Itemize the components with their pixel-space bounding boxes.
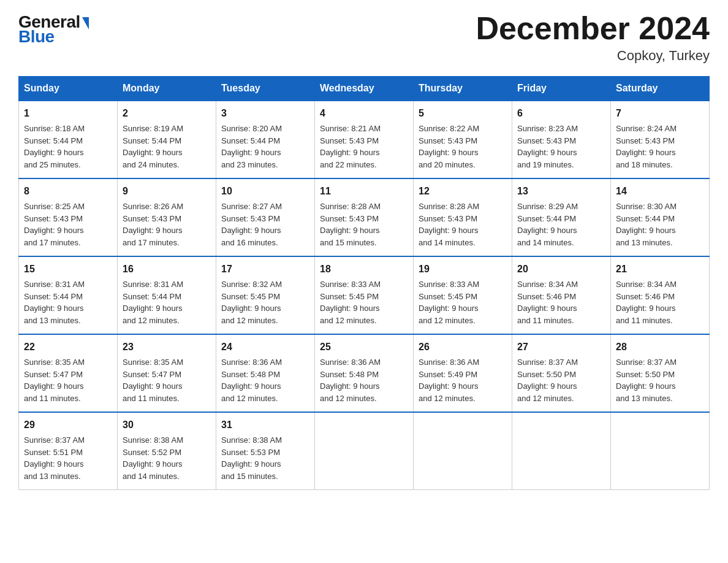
day-number: 30 [123,418,211,432]
daylight-label: Daylight: 9 hours [419,304,479,313]
sunset-label: Sunset: 5:43 PM [517,136,576,145]
daylight-label: Daylight: 9 hours [24,304,84,313]
sunrise-label: Sunrise: 8:37 AM [24,435,85,445]
logo: General Blue [18,12,89,47]
calendar-cell [414,412,512,490]
sunrise-label: Sunrise: 8:23 AM [517,124,578,133]
sunset-label: Sunset: 5:43 PM [419,214,477,223]
day-number: 9 [123,184,211,199]
sunset-label: Sunset: 5:47 PM [123,370,181,379]
sunrise-label: Sunrise: 8:34 AM [616,280,677,289]
sunset-label: Sunset: 5:44 PM [24,292,83,301]
daylight-minutes: and 23 minutes. [221,160,278,169]
week-row-4: 22 Sunrise: 8:35 AM Sunset: 5:47 PM Dayl… [19,334,710,412]
daylight-minutes: and 16 minutes. [221,238,278,247]
sunrise-label: Sunrise: 8:38 AM [123,435,183,445]
calendar-cell: 30 Sunrise: 8:38 AM Sunset: 5:52 PM Dayl… [118,412,216,490]
daylight-label: Daylight: 9 hours [123,148,183,157]
daylight-label: Daylight: 9 hours [419,381,479,391]
day-number: 26 [419,340,507,354]
sunrise-label: Sunrise: 8:28 AM [419,202,479,211]
sunset-label: Sunset: 5:46 PM [517,292,576,301]
calendar-cell: 13 Sunrise: 8:29 AM Sunset: 5:44 PM Dayl… [512,178,611,256]
calendar-cell: 5 Sunrise: 8:22 AM Sunset: 5:43 PM Dayli… [414,101,512,178]
sunrise-label: Sunrise: 8:35 AM [123,358,183,367]
calendar-cell: 4 Sunrise: 8:21 AM Sunset: 5:43 PM Dayli… [315,101,414,178]
daylight-label: Daylight: 9 hours [221,304,281,313]
calendar-table: SundayMondayTuesdayWednesdayThursdayFrid… [18,76,710,490]
sunset-label: Sunset: 5:43 PM [419,136,477,145]
title-area: December 2024 Copkoy, Turkey [476,12,710,64]
sunset-label: Sunset: 5:51 PM [24,448,83,457]
sunrise-label: Sunrise: 8:27 AM [221,202,282,211]
daylight-minutes: and 12 minutes. [419,394,476,403]
daylight-minutes: and 13 minutes. [24,472,81,481]
header-cell-friday: Friday [512,77,611,101]
day-number: 12 [419,184,507,199]
daylight-label: Daylight: 9 hours [616,226,676,235]
day-number: 11 [320,184,408,199]
sunset-label: Sunset: 5:46 PM [616,292,675,301]
sunset-label: Sunset: 5:43 PM [320,214,379,223]
sunset-label: Sunset: 5:52 PM [123,448,181,457]
location-subtitle: Copkoy, Turkey [476,48,710,64]
sunrise-label: Sunrise: 8:22 AM [419,124,479,133]
sunrise-label: Sunrise: 8:25 AM [24,202,85,211]
calendar-cell: 16 Sunrise: 8:31 AM Sunset: 5:44 PM Dayl… [118,256,216,334]
sunset-label: Sunset: 5:43 PM [123,214,181,223]
day-number: 15 [24,262,112,277]
daylight-minutes: and 12 minutes. [221,316,278,325]
day-number: 28 [616,340,704,354]
calendar-cell: 31 Sunrise: 8:38 AM Sunset: 5:53 PM Dayl… [216,412,315,490]
daylight-label: Daylight: 9 hours [517,148,577,157]
day-number: 25 [320,340,408,354]
day-number: 6 [517,106,605,121]
day-number: 27 [517,340,605,354]
daylight-minutes: and 12 minutes. [320,316,377,325]
logo-triangle-icon [82,17,89,29]
sunrise-label: Sunrise: 8:21 AM [320,124,381,133]
calendar-cell: 8 Sunrise: 8:25 AM Sunset: 5:43 PM Dayli… [19,178,118,256]
sunset-label: Sunset: 5:43 PM [320,136,379,145]
daylight-minutes: and 15 minutes. [320,238,377,247]
daylight-minutes: and 15 minutes. [221,472,278,481]
calendar-cell: 11 Sunrise: 8:28 AM Sunset: 5:43 PM Dayl… [315,178,414,256]
calendar-cell: 3 Sunrise: 8:20 AM Sunset: 5:44 PM Dayli… [216,101,315,178]
sunset-label: Sunset: 5:53 PM [221,448,280,457]
calendar-cell: 25 Sunrise: 8:36 AM Sunset: 5:48 PM Dayl… [315,334,414,412]
sunset-label: Sunset: 5:43 PM [221,214,280,223]
daylight-minutes: and 11 minutes. [123,394,180,403]
sunset-label: Sunset: 5:50 PM [616,370,675,379]
sunrise-label: Sunrise: 8:31 AM [24,280,85,289]
daylight-label: Daylight: 9 hours [419,148,479,157]
daylight-label: Daylight: 9 hours [221,459,281,469]
day-number: 31 [221,418,309,432]
sunrise-label: Sunrise: 8:35 AM [24,358,85,367]
calendar-cell: 7 Sunrise: 8:24 AM Sunset: 5:43 PM Dayli… [611,101,710,178]
header-cell-thursday: Thursday [414,77,512,101]
sunset-label: Sunset: 5:45 PM [320,292,379,301]
day-number: 14 [616,184,704,199]
week-row-3: 15 Sunrise: 8:31 AM Sunset: 5:44 PM Dayl… [19,256,710,334]
day-number: 20 [517,262,605,277]
sunrise-label: Sunrise: 8:29 AM [517,202,578,211]
daylight-label: Daylight: 9 hours [221,148,281,157]
sunset-label: Sunset: 5:50 PM [517,370,576,379]
day-number: 19 [419,262,507,277]
calendar-cell: 27 Sunrise: 8:37 AM Sunset: 5:50 PM Dayl… [512,334,611,412]
calendar-cell: 23 Sunrise: 8:35 AM Sunset: 5:47 PM Dayl… [118,334,216,412]
logo-blue-text: Blue [18,27,55,47]
daylight-minutes: and 12 minutes. [123,316,180,325]
calendar-cell: 6 Sunrise: 8:23 AM Sunset: 5:43 PM Dayli… [512,101,611,178]
daylight-label: Daylight: 9 hours [616,304,676,313]
day-number: 7 [616,106,704,121]
calendar-cell [315,412,414,490]
calendar-cell: 26 Sunrise: 8:36 AM Sunset: 5:49 PM Dayl… [414,334,512,412]
calendar-cell: 15 Sunrise: 8:31 AM Sunset: 5:44 PM Dayl… [19,256,118,334]
header-cell-monday: Monday [118,77,216,101]
daylight-label: Daylight: 9 hours [616,381,676,391]
sunrise-label: Sunrise: 8:33 AM [419,280,479,289]
day-number: 22 [24,340,112,354]
daylight-label: Daylight: 9 hours [517,304,577,313]
daylight-label: Daylight: 9 hours [616,148,676,157]
